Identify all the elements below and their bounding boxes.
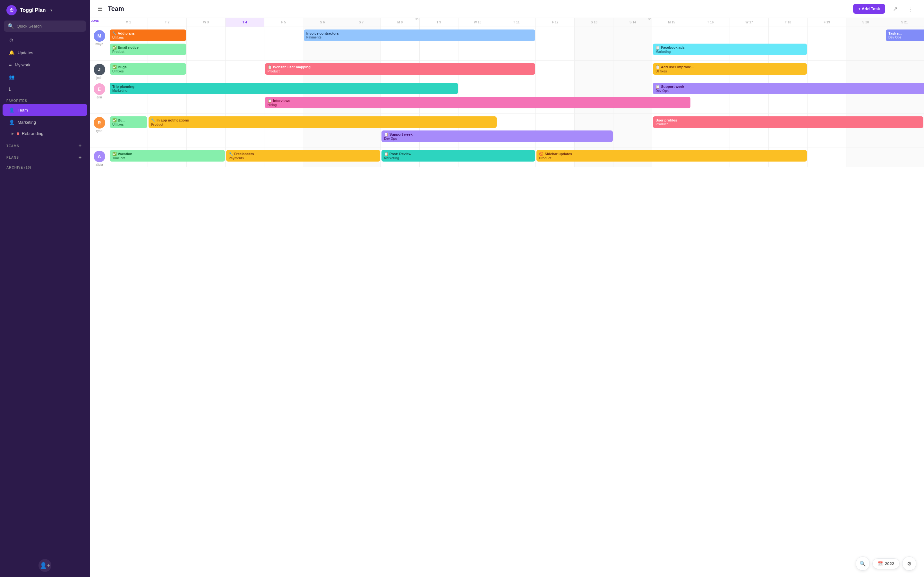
add-task-button[interactable]: + Add Task	[853, 4, 885, 14]
day-name: T 18	[770, 21, 806, 24]
task-freelancers[interactable]: 🔧 FreelancersPayments	[226, 150, 380, 161]
task-label: Dev Ops	[656, 89, 924, 93]
page-title: Team	[108, 5, 848, 13]
date-cell-9: W 10	[459, 18, 497, 27]
sidebar-item-rebranding[interactable]: ▶ Rebranding	[3, 129, 87, 139]
task-title: 📋 Facebook ads	[656, 45, 804, 50]
cells-maya: 🔧 Add plansUI fixesInvoice contractorsPa…	[109, 27, 924, 60]
sidebar-item-team[interactable]: 👤 Team	[3, 104, 87, 116]
teams-label: TEAMS	[6, 144, 19, 148]
task-label: Dev Ops	[888, 35, 924, 39]
more-options-button[interactable]: ⋮	[905, 4, 916, 14]
date-cell-5: S 6	[303, 18, 342, 27]
task-email-notice[interactable]: ✅ Email noticeProduct	[110, 44, 186, 55]
cells-josh: ✅ BugsUI fixes📋 Website user mappingProd…	[109, 61, 924, 80]
task-add-plans[interactable]: 🔧 Add plansUI fixes	[110, 29, 186, 41]
task-trip-planning[interactable]: Trip planningMarketing	[110, 83, 458, 94]
task-icon: 📋	[656, 45, 660, 49]
sidebar-item-people[interactable]: 👥	[3, 71, 87, 83]
day-name: F 5	[266, 21, 302, 24]
task-add-user-improvement[interactable]: 📋 Add user improve...UI fixes	[653, 63, 807, 75]
sidebar-item-info[interactable]: ℹ	[3, 83, 87, 95]
calendar-icon: 📅	[878, 561, 883, 566]
date-cell-12: S 13	[575, 18, 614, 27]
add-team-button[interactable]: +	[77, 143, 83, 149]
people-icon: 👥	[9, 74, 15, 79]
user-name-maya: maya	[95, 42, 103, 46]
task-label: Product	[539, 156, 804, 160]
sidebar-bottom: 👤+	[0, 554, 90, 577]
date-cell-10: T 11	[497, 18, 536, 27]
avatar-cell-ryan: Rryan	[90, 114, 109, 147]
task-interviews[interactable]: 📋 InterviewsHiring	[265, 97, 690, 108]
search-box[interactable]: 🔍	[4, 21, 86, 32]
timer-icon: ⏱	[9, 38, 13, 43]
menu-icon[interactable]: ☰	[97, 5, 103, 13]
task-facebook-ads[interactable]: 📋 Facebook adsMarketing	[653, 44, 807, 55]
archive-label: ARCHIVE (10)	[6, 166, 31, 169]
task-sidebar-updates[interactable]: 🚫 Sidebar updatesProduct	[536, 150, 807, 161]
avatar-maya: M	[94, 30, 105, 42]
task-bugs-ryan[interactable]: ✅ Bu...UI fixes	[110, 116, 147, 128]
year-picker-button[interactable]: 📅 2022	[872, 558, 900, 569]
week-number: 36	[648, 18, 651, 21]
task-label: Product	[268, 69, 533, 73]
add-member-icon: 👤+	[40, 562, 50, 569]
sidebar-item-updates[interactable]: 🔔 Updates	[3, 47, 87, 58]
zoom-search-button[interactable]: 🔍	[856, 556, 870, 571]
task-bugs[interactable]: ✅ BugsUI fixes	[110, 63, 186, 75]
date-cell-20: S 21	[885, 18, 924, 27]
task-post-review[interactable]: 📋 Post: ReviewMarketing	[381, 150, 535, 161]
main-content: ☰ Team + Add Task ↗ ⋮ JUNE M 1T 2W 3T 4F…	[90, 0, 924, 577]
sidebar-item-timer[interactable]: ⏱	[3, 35, 87, 46]
date-cell-7: 35M 8	[381, 18, 420, 27]
task-icon: ✅	[112, 65, 117, 69]
task-vacation[interactable]: ✅ VacationTime off	[110, 150, 225, 161]
info-icon: ℹ	[9, 87, 11, 92]
task-label: UI fixes	[656, 69, 804, 73]
grid-cell	[575, 27, 614, 60]
grid-cell	[808, 27, 846, 60]
add-member-button[interactable]: 👤+	[39, 559, 51, 572]
date-cell-13: 36S 14	[614, 18, 652, 27]
task-title: 🔧 Freelancers	[229, 152, 378, 156]
sidebar-item-my-work[interactable]: ≡ My work	[3, 59, 87, 71]
task-icon: ✅	[112, 118, 117, 122]
app-logo[interactable]: ⏱ Toggl Plan ▾	[0, 0, 90, 21]
task-icon: 📋	[656, 85, 660, 89]
task-icon: 📋	[268, 99, 272, 103]
user-name-alicia: alicia	[95, 163, 103, 166]
task-support-week-ryan[interactable]: 📋 Support weekDev Ops	[381, 131, 613, 142]
task-invoice-contractors[interactable]: Invoice contractorsPayments	[304, 29, 535, 41]
task-label: Hiring	[268, 103, 688, 107]
date-cell-2: W 3	[187, 18, 226, 27]
teams-section: TEAMS +	[0, 139, 90, 150]
task-task-devops[interactable]: Task n...Dev Ops	[886, 29, 924, 41]
task-label: Marketing	[112, 89, 455, 92]
date-cell-17: T 18	[769, 18, 808, 27]
task-website-user-mapping[interactable]: 📋 Website user mappingProduct	[265, 63, 535, 75]
day-name: F 12	[537, 21, 573, 24]
task-user-profiles[interactable]: User profilesProduct	[653, 116, 923, 128]
chevron-right-icon: ▶	[11, 132, 14, 135]
updates-label: Updates	[18, 50, 33, 55]
grid-cell	[614, 27, 652, 60]
task-title: 📋 Post: Review	[384, 152, 533, 156]
add-plan-button[interactable]: +	[77, 154, 83, 161]
task-icon: 📋	[656, 65, 660, 69]
day-name: S 14	[615, 21, 651, 24]
task-title: Trip planning	[112, 85, 455, 89]
date-cell-15: T 16	[691, 18, 730, 27]
sidebar-item-marketing[interactable]: 👤 Marketing	[3, 116, 87, 128]
date-cell-3: T 4	[226, 18, 264, 27]
avatar-cell-erin: Eerin	[90, 80, 109, 113]
task-support-week-erin[interactable]: 📋 Support weekDev Ops	[653, 83, 924, 94]
grid-cell	[846, 61, 885, 80]
grid-cell	[808, 61, 846, 80]
timeline-row-alicia: Aalicia✅ VacationTime off🔧 FreelancersPa…	[90, 147, 924, 167]
settings-button[interactable]: ⚙	[902, 556, 916, 571]
day-name: M 1	[110, 21, 146, 24]
share-button[interactable]: ↗	[890, 4, 900, 14]
search-input[interactable]	[17, 24, 82, 29]
task-in-app-notifications[interactable]: 🔧 In app notificationsProduct	[149, 116, 497, 128]
